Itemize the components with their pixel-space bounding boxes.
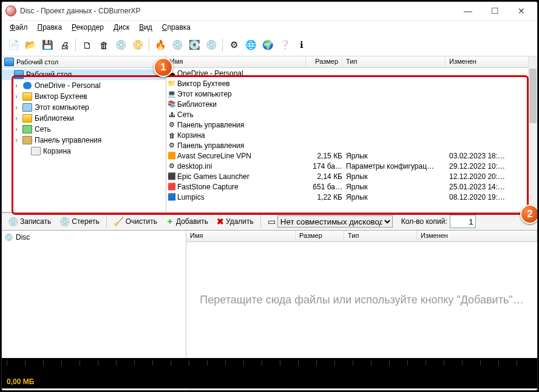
- tb-globe1-icon[interactable]: 🌐: [243, 37, 259, 53]
- dcol-mod[interactable]: Изменен: [417, 231, 537, 242]
- menu-view[interactable]: Вид: [135, 22, 157, 33]
- drop-columns[interactable]: Имя Размер Тип Изменен: [186, 231, 537, 242]
- erase-button[interactable]: 💿Стереть: [56, 214, 103, 229]
- tb-gear-icon[interactable]: ⚙: [226, 37, 242, 53]
- expand-icon[interactable]: ›: [13, 81, 20, 90]
- record-button[interactable]: 💿Записать: [4, 214, 55, 229]
- node-icon: [22, 113, 32, 123]
- tb-help-icon[interactable]: ❔: [277, 37, 293, 53]
- dcol-size[interactable]: Размер: [296, 231, 344, 242]
- tb-save-icon[interactable]: 💾: [39, 37, 55, 53]
- tb-globe2-icon[interactable]: 🌍: [260, 37, 276, 53]
- expand-icon[interactable]: ›: [13, 125, 20, 133]
- menu-recorder[interactable]: Рекордер: [67, 22, 108, 33]
- list-row[interactable]: 🟧Avast SecureLine VPN2,15 КБЯрлык03.02.2…: [166, 150, 537, 161]
- tb-disc3-icon[interactable]: 💿: [169, 37, 185, 53]
- list-row[interactable]: 🟥FastStone Capture651 ба…Ярлык25.01.2023…: [166, 181, 537, 192]
- tree-node[interactable]: ›Этот компьютер: [2, 102, 166, 113]
- delete-button[interactable]: ✖Удалить: [213, 214, 257, 229]
- tb-new-icon[interactable]: 📄: [5, 37, 21, 53]
- row-icon: ⚙: [166, 121, 177, 129]
- node-label: OneDrive - Personal: [35, 81, 101, 90]
- broom-icon: 🧹: [114, 217, 124, 226]
- row-icon: 🟥: [166, 183, 177, 191]
- col-size[interactable]: Размер: [306, 56, 342, 67]
- row-size: 1,22 КБ: [306, 193, 346, 201]
- list-row[interactable]: 🗑Корзина: [166, 130, 537, 140]
- expand-icon[interactable]: ›: [13, 92, 20, 101]
- expand-icon[interactable]: ›: [13, 136, 20, 144]
- list-rows[interactable]: ☁OneDrive - Personal📁Виктор Бухтеев💻Этот…: [166, 68, 537, 212]
- tree-node[interactable]: ›Виктор Бухтеев: [2, 91, 166, 102]
- row-mod: 29.12.2022 10:…: [449, 162, 537, 171]
- expand-icon[interactable]: ›: [13, 103, 20, 112]
- tb-disc4-icon[interactable]: 💽: [186, 37, 202, 53]
- tb-burn-icon[interactable]: 🔥: [152, 37, 168, 53]
- tree-node[interactable]: ›Библиотеки: [2, 113, 166, 124]
- col-type[interactable]: Тип: [342, 56, 446, 67]
- list-row[interactable]: ⚙desktop.ini174 ба…Параметры конфигурац……: [166, 161, 537, 171]
- size-gauge: 0,00 МБ: [2, 358, 537, 388]
- tb-print-icon[interactable]: 🖨: [56, 37, 72, 53]
- list-scrollbar[interactable]: [528, 56, 537, 212]
- menu-file[interactable]: Файл: [5, 22, 32, 33]
- tree-node[interactable]: ›Панель управления: [2, 135, 166, 146]
- drop-pane: Имя Размер Тип Изменен Перетащите сюда ф…: [186, 231, 537, 358]
- list-row[interactable]: ⚙Панель управления: [166, 140, 537, 150]
- copies-label: Кол-во копий:: [401, 217, 447, 226]
- tb-disc5-icon[interactable]: 💿: [203, 37, 219, 53]
- add-button[interactable]: ＋Добавить: [162, 214, 212, 229]
- tree-node[interactable]: Рабочий стол: [2, 69, 166, 80]
- disc-root[interactable]: 💿 Disc: [4, 233, 183, 242]
- col-name[interactable]: Имя: [166, 56, 306, 67]
- list-row[interactable]: 🟦Lumpics1,22 КБЯрлык08.12.2020 19:…: [166, 192, 537, 202]
- expand-icon[interactable]: ›: [13, 114, 20, 123]
- tb-info-icon[interactable]: ℹ: [294, 37, 310, 53]
- list-columns[interactable]: Имя Размер Тип Изменен: [166, 56, 537, 68]
- drive-select[interactable]: Нет совместимых дисководо: [277, 215, 393, 228]
- tb-disc1-icon[interactable]: 💿: [113, 37, 129, 53]
- row-size: 651 ба…: [306, 183, 346, 191]
- tree-node[interactable]: Корзина: [2, 146, 166, 157]
- menu-disc[interactable]: Диск: [109, 22, 134, 33]
- tb-disc2-icon[interactable]: 📀: [130, 37, 146, 53]
- file-list-pane: Имя Размер Тип Изменен ☁OneDrive - Perso…: [166, 56, 537, 212]
- list-row[interactable]: ⬛Epic Games Launcher2,14 КБЯрлык12.12.20…: [166, 171, 537, 181]
- list-scrollbar-thumb[interactable]: [529, 69, 537, 123]
- copies-input[interactable]: [450, 215, 476, 228]
- tree-body[interactable]: Рабочий стол›OneDrive - Personal›Виктор …: [2, 68, 166, 212]
- tb-open-icon[interactable]: 📂: [22, 37, 38, 53]
- row-name: FastStone Capture: [177, 183, 306, 191]
- dcol-type[interactable]: Тип: [344, 231, 417, 242]
- row-icon: 🟧: [166, 152, 177, 160]
- plus-icon: ＋: [166, 216, 174, 227]
- menu-edit[interactable]: Правка: [33, 22, 67, 33]
- folder-tree-pane: Рабочий стол Рабочий стол›OneDrive - Per…: [2, 56, 166, 212]
- tree-header[interactable]: Рабочий стол: [2, 56, 166, 68]
- drive-selector[interactable]: ▭ Нет совместимых дисководо: [264, 214, 396, 229]
- row-mod: 08.12.2020 19:…: [449, 193, 537, 201]
- close-button[interactable]: ✕: [514, 4, 529, 18]
- drop-hint[interactable]: Перетащите сюда файлы или используйте кн…: [186, 242, 537, 358]
- list-row[interactable]: 📁Виктор Бухтеев: [166, 78, 537, 89]
- disc-tree-pane[interactable]: 💿 Disc: [2, 231, 186, 358]
- minimize-button[interactable]: ―: [461, 4, 475, 18]
- menu-help[interactable]: Справка: [158, 22, 195, 33]
- list-row[interactable]: 💻Этот компьютер: [166, 89, 537, 99]
- list-row[interactable]: 📚Библиотеки: [166, 99, 537, 109]
- list-row[interactable]: 🖧Сеть: [166, 109, 537, 120]
- tb-remove-icon[interactable]: 🗑: [96, 37, 112, 53]
- row-name: Lumpics: [177, 193, 306, 201]
- tb-files-icon[interactable]: 🗋: [79, 37, 95, 53]
- list-row[interactable]: ⚙Панель управления: [166, 120, 537, 130]
- col-mod[interactable]: Изменен: [446, 56, 537, 67]
- tree-header-label: Рабочий стол: [16, 58, 58, 66]
- dcol-name[interactable]: Имя: [186, 231, 296, 242]
- maximize-button[interactable]: ☐: [487, 4, 502, 18]
- tree-node[interactable]: ›Сеть: [2, 124, 166, 135]
- menubar: Файл Правка Рекордер Диск Вид Справка: [2, 20, 537, 34]
- list-row[interactable]: ☁OneDrive - Personal: [166, 68, 537, 78]
- clear-button[interactable]: 🧹Очистить: [110, 214, 161, 229]
- status-nodisc: ⛔Нет диска: [2, 389, 58, 391]
- tree-node[interactable]: ›OneDrive - Personal: [2, 80, 166, 91]
